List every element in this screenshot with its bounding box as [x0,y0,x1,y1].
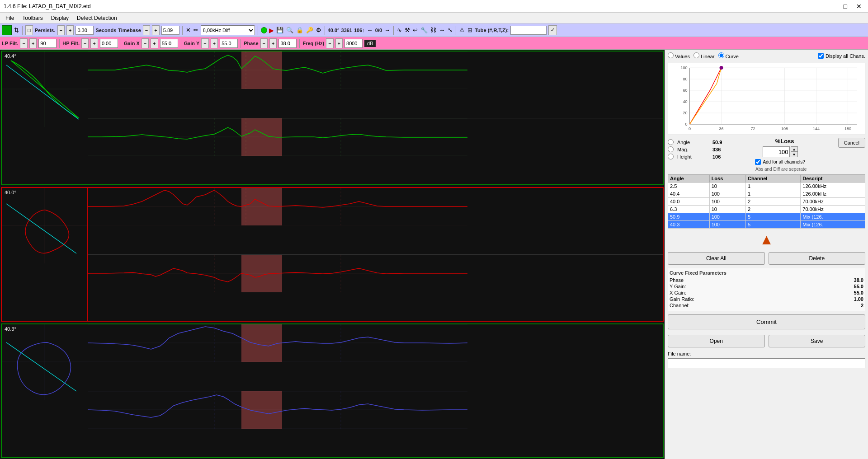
settings-icon[interactable]: ⚙ [316,26,322,34]
table-row[interactable]: 6.3 10 2 70.00kHz [668,206,865,213]
lissajous-1[interactable]: 40.4° [2,52,88,184]
hp-plus[interactable]: + [90,38,98,48]
lissajous-2[interactable]: 40.0° [2,188,88,321]
freq-minus[interactable]: − [326,38,333,48]
play-button[interactable]: ▶ [269,27,274,34]
gainy-plus[interactable]: + [211,38,218,48]
height-radio[interactable] [668,154,674,159]
fixed-gainratio-row: Gain Ratio: 1.00 [670,296,863,302]
channel-color-box[interactable] [2,25,12,35]
hp-minus[interactable]: − [81,38,89,48]
cancel-button[interactable]: Cancel [838,138,865,148]
tube-input[interactable] [510,26,547,35]
expand-icon[interactable]: ⤡ [447,26,453,34]
lp-minus[interactable]: − [20,38,27,48]
link-icon[interactable]: ⛓ [430,26,437,34]
minimize-button[interactable]: — [826,2,837,11]
freq-plus[interactable]: + [335,38,343,48]
phase-plus[interactable]: + [269,38,277,48]
rewind-icon[interactable]: ↩ [412,26,418,34]
menu-display[interactable]: Display [47,14,72,22]
search-icon[interactable]: 🔍 [286,26,294,34]
hp-value[interactable] [100,39,118,48]
forward-icon[interactable]: → [384,26,391,34]
persist-btn[interactable]: □ [25,25,33,35]
persist-plus[interactable]: + [66,25,74,35]
persist-minus[interactable]: − [57,25,65,35]
timebase-minus[interactable]: − [143,25,150,35]
channel-row-3[interactable]: 40.3° [1,323,664,458]
gainx-minus[interactable]: − [142,38,149,48]
signal-select[interactable]: 8,00kHz Diff [201,25,255,35]
pct-up[interactable]: ▲ [791,146,798,152]
menu-file[interactable]: File [2,14,18,22]
gainy-minus[interactable]: − [201,38,208,48]
pct-down[interactable]: ▼ [791,152,798,157]
delete-button[interactable]: Delete [769,252,866,265]
clear-all-button[interactable]: Clear All [668,252,765,265]
maximize-button[interactable]: □ [841,2,850,11]
open-save-row: Open Save [668,335,865,347]
close-button[interactable]: ✕ [854,2,864,11]
table-row[interactable]: 40.4 100 1 126.00kHz [668,190,865,198]
cell-loss: 10 [709,206,745,213]
persist-value[interactable] [75,26,94,35]
waveform-1-top[interactable] [88,52,663,118]
tube-check[interactable]: ✓ [548,25,557,35]
open-button[interactable]: Open [668,335,765,347]
cursor-icon[interactable]: ✕ [185,26,191,34]
gainy-value[interactable] [220,39,238,48]
curve-radio[interactable] [718,52,724,58]
menu-defect[interactable]: Defect Detection [73,14,121,22]
gainx-value[interactable] [160,39,178,48]
mag-radio[interactable] [668,146,674,152]
commit-button[interactable]: Commit [668,314,865,329]
linear-radio[interactable] [693,52,699,58]
timebase-plus[interactable]: + [152,25,159,35]
table-row[interactable]: 2.5 10 1 126.00kHz [668,183,865,190]
waveform-3-top[interactable] [88,324,663,391]
sort-icon[interactable]: ⇅ [14,26,19,34]
waveform-panel-3 [88,324,663,457]
back-icon[interactable]: ← [367,26,373,34]
arrows-icon[interactable]: ↔ [439,26,445,34]
angle-radio[interactable] [668,139,674,145]
waveform-2-bottom[interactable] [88,255,663,321]
channel-row-1[interactable]: 40.4° [1,51,664,185]
timebase-value[interactable] [161,26,179,35]
pencil-icon[interactable]: ✏ [193,26,199,34]
lissajous-3[interactable]: 40.3° [2,324,88,457]
wave-icon[interactable]: ∿ [396,26,402,34]
count2: 106↑ [354,28,365,33]
values-radio[interactable] [668,52,674,58]
save-icon[interactable]: 💾 [276,26,284,34]
menu-toolbars[interactable]: Toolbars [19,14,46,22]
lp-plus[interactable]: + [29,38,37,48]
waveform-1-bottom[interactable] [88,118,663,185]
file-name-input[interactable] [668,358,865,368]
table-row[interactable]: 50.9 100 5 Mix (126. [668,213,865,221]
channel-row-2[interactable]: 40.0° [1,187,664,322]
lock-icon[interactable]: 🔒 [296,26,304,34]
waveform-2-top[interactable] [88,188,663,255]
app-title: 1.4.6 File: LATAO_B_DAT_MIX2.etd [4,3,91,9]
table-row[interactable]: 40.0 100 2 70.00kHz [668,198,865,206]
table-row[interactable]: 40.3 100 5 Mix (126. [668,221,865,229]
grid-icon[interactable]: ⊞ [467,26,473,34]
phase-minus[interactable]: − [260,38,268,48]
save-button[interactable]: Save [769,335,866,347]
pct-loss-input[interactable] [763,146,790,157]
curve-chart[interactable]: 0 20 40 60 80 100 0 36 72 108 144 180 [668,63,865,135]
tools2-icon[interactable]: 🔧 [420,26,428,34]
waveform-3-bottom[interactable] [88,391,663,458]
add-for-all-checkbox[interactable] [755,159,761,165]
display-all-checkbox[interactable] [818,53,824,59]
phase-value[interactable] [278,39,297,48]
warn-icon[interactable]: ⚠ [459,26,465,34]
tools-icon[interactable]: ⚒ [404,26,410,34]
freq-value[interactable] [344,39,363,48]
mag-row: Mag. 336 [668,146,722,152]
lp-value[interactable] [38,39,57,48]
gainx-plus[interactable]: + [151,38,158,48]
key-icon[interactable]: 🔑 [306,26,314,34]
